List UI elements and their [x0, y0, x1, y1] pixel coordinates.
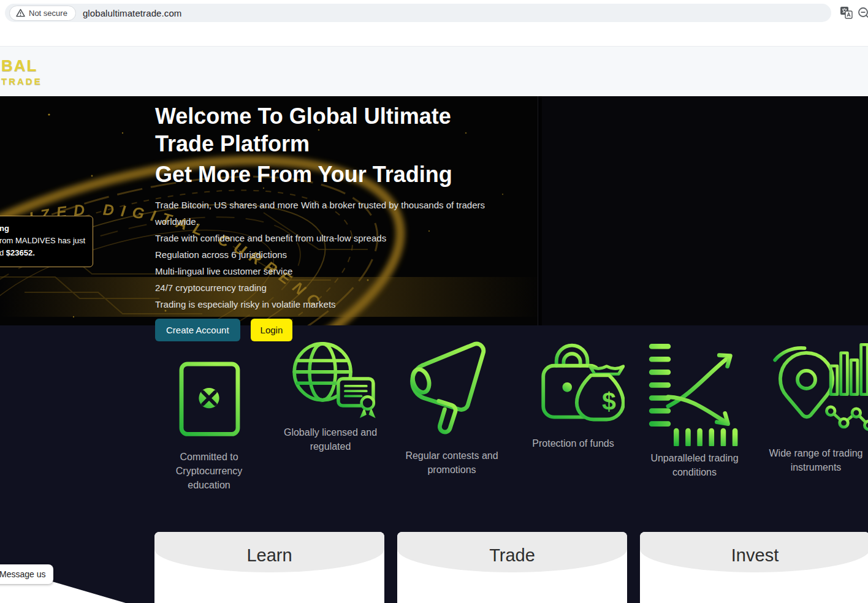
card-trade-label: Trade [397, 532, 627, 572]
hero-title: Welcome To Global Ultimate Trade Platfor… [155, 102, 485, 188]
site-logo[interactable]: BAL TRADE [1, 58, 42, 86]
hero-para-line: Trade Bitcoin, US shares and more With a… [155, 197, 485, 213]
site-header: BAL TRADE [0, 26, 868, 96]
megaphone-icon [400, 336, 504, 444]
notification-line3: d $23652. [0, 247, 86, 259]
hero-right-panel [542, 96, 868, 325]
hero-para-line: Trade with confidence and benefit from u… [155, 230, 485, 246]
hero-section: RALIZED DIGITAL CURRENC Welcome To Globa… [0, 96, 868, 325]
not-secure-label: Not secure [29, 9, 67, 18]
feature-protection: $ Protection of funds [512, 336, 634, 492]
chart-arrows-icon [641, 336, 748, 446]
warning-icon [16, 9, 25, 17]
feature-label: Committed to Cryptocurrency education [154, 450, 264, 492]
card-trade[interactable]: Trade [397, 532, 627, 603]
feature-label: Wide range of trading instruments [761, 446, 868, 474]
hero-divider [538, 96, 542, 325]
card-learn[interactable]: Learn [154, 532, 384, 603]
hero-para-line: worldwide. [155, 213, 485, 230]
hero-paragraphs: Trade Bitcoin, US shares and more With a… [155, 197, 485, 313]
feature-instruments: Wide range of trading instruments [755, 336, 868, 492]
feature-education: Committed to Cryptocurrency education [148, 336, 270, 492]
hero-para-line: Trading is especially risky in volatile … [155, 296, 485, 313]
lock-moneybag-icon: $ [522, 336, 625, 431]
url-text[interactable]: globalultimatetrade.com [83, 8, 182, 18]
hero-para-line: Regulation across 6 jurisdictions [155, 246, 485, 263]
browser-toolbar: Not secure globalultimatetrade.com [0, 0, 868, 26]
create-account-button[interactable]: Create Account [155, 319, 240, 341]
feature-contests: Regular contests and promotions [391, 336, 512, 492]
notification-line1: ng [0, 222, 86, 235]
feature-label: Globally licensed and regulated [276, 425, 385, 453]
globe-certificate-icon [279, 336, 382, 420]
pin-barchart-icon [760, 336, 868, 441]
message-us-button[interactable]: Message us [0, 564, 53, 584]
book-icon [169, 336, 249, 445]
card-learn-label: Learn [154, 532, 384, 572]
logo-line1: BAL [1, 58, 42, 74]
feature-label: Protection of funds [532, 436, 614, 450]
notification-amount: $23652. [6, 248, 35, 257]
hero-para-line: Multi-lingual live customer service [155, 263, 485, 279]
translate-icon[interactable] [840, 6, 853, 21]
hero-title-line3: Get More From Your Trading [155, 161, 485, 188]
card-invest-label: Invest [640, 532, 868, 572]
card-invest[interactable]: Invest [640, 532, 868, 603]
feature-label: Unparalleled trading conditions [640, 451, 749, 479]
dollar-glyph: $ [602, 387, 616, 415]
logo-line2: TRADE [1, 77, 42, 86]
not-secure-chip[interactable]: Not secure [9, 6, 76, 21]
feature-label: Regular contests and promotions [397, 449, 506, 477]
hero-title-line2: Trade Platform [155, 130, 485, 157]
feature-conditions: Unparalleled trading conditions [634, 336, 755, 492]
login-button[interactable]: Login [251, 319, 293, 341]
hero-para-line: 24/7 cryptocurrency trading [155, 279, 485, 296]
notification-line2: rom MALDIVES has just [0, 235, 86, 247]
hero-title-line1: Welcome To Global Ultimate [155, 102, 485, 130]
zoom-out-icon[interactable] [857, 6, 868, 22]
feature-licensed: Globally licensed and regulated [270, 336, 391, 492]
address-bar[interactable]: Not secure globalultimatetrade.com [5, 4, 831, 22]
action-cards: Learn Trade Invest [154, 532, 868, 603]
deposit-notification-toast: ng rom MALDIVES has just d $23652. [0, 216, 93, 267]
